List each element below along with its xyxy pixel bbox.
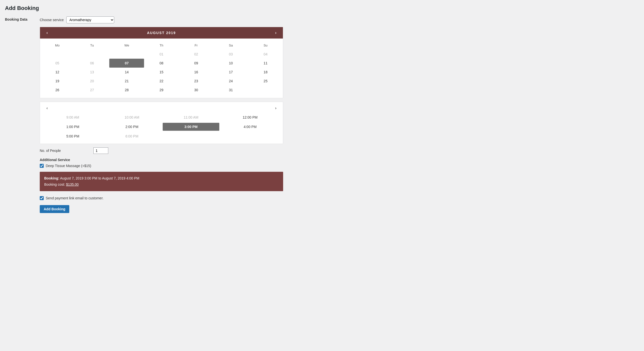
time-slot: 10:00 AM	[104, 113, 160, 121]
calendar-day[interactable]: 18	[248, 68, 283, 77]
booking-form: Choose service AromatherapyDeep Tissue M…	[40, 17, 283, 213]
no-of-people-label: No. of People	[40, 149, 90, 153]
no-of-people-row: No. of People	[40, 147, 283, 154]
calendar-day	[109, 50, 144, 59]
calendar-day[interactable]: 24	[214, 77, 248, 86]
page-title: Add Booking	[5, 5, 639, 12]
calendar-next-button[interactable]: ›	[273, 30, 278, 36]
additional-service-option[interactable]: Deep Tissue Massage (+$15)	[40, 164, 283, 168]
payment-link-label: Send payment link email to customer.	[46, 196, 104, 200]
calendar-day[interactable]: 19	[40, 77, 75, 86]
time-prev-button[interactable]: ‹	[44, 105, 50, 111]
payment-row[interactable]: Send payment link email to customer.	[40, 196, 283, 200]
calendar-grid: MoTuWeThFrSaSu 0102030405060708091011121…	[40, 39, 283, 98]
calendar-day[interactable]: 25	[248, 77, 283, 86]
calendar-day-header: We	[109, 43, 144, 48]
payment-link-checkbox[interactable]	[40, 196, 44, 200]
calendar-day-header: Fr	[179, 43, 214, 48]
calendar-day: 13	[75, 68, 110, 77]
service-row: Choose service AromatherapyDeep Tissue M…	[40, 17, 283, 23]
no-of-people-input[interactable]	[94, 147, 108, 154]
booking-cost-row: Booking cost: $135.00	[44, 181, 279, 188]
calendar-day[interactable]: 17	[214, 68, 248, 77]
calendar-day-header: Th	[144, 43, 179, 48]
booking-summary: Booking: August 7, 2019 3:00 PM to Augus…	[40, 172, 283, 191]
calendar-day[interactable]: 29	[144, 86, 179, 95]
calendar-day: 04	[248, 50, 283, 59]
booking-summary-dates: Booking: August 7, 2019 3:00 PM to Augus…	[44, 175, 279, 181]
calendar-day[interactable]: 14	[109, 68, 144, 77]
booking-cost-value[interactable]: $135.00	[66, 182, 79, 186]
time-wrapper: ‹ › 9:00 AM10:00 AM11:00 AM12:00 PM1:00 …	[40, 102, 283, 144]
calendar-day[interactable]: 26	[40, 86, 75, 95]
calendar-days-header: MoTuWeThFrSaSu	[40, 41, 283, 50]
time-slot[interactable]: 1:00 PM	[44, 123, 101, 131]
calendar-day[interactable]: 07	[109, 59, 144, 68]
calendar-day[interactable]: 31	[214, 86, 248, 95]
service-label: Choose service	[40, 18, 64, 22]
time-slot[interactable]: 3:00 PM	[163, 123, 219, 131]
calendar-day: 01	[144, 50, 179, 59]
calendar-day	[248, 86, 283, 95]
calendar-prev-button[interactable]: ‹	[44, 30, 50, 36]
calendar-day[interactable]: 08	[144, 59, 179, 68]
calendar-day: 02	[179, 50, 214, 59]
calendar-day[interactable]: 30	[179, 86, 214, 95]
calendar-day: 20	[75, 77, 110, 86]
calendar-day-header: Su	[248, 43, 283, 48]
booking-data-label: Booking Data	[5, 17, 35, 213]
calendar-day: 06	[75, 59, 110, 68]
calendar-day[interactable]: 16	[179, 68, 214, 77]
time-slot[interactable]: 4:00 PM	[222, 123, 278, 131]
additional-service-section: Additional Service Deep Tissue Massage (…	[40, 158, 283, 168]
add-booking-button[interactable]: Add Booking	[40, 205, 69, 213]
time-slot: 11:00 AM	[163, 113, 219, 121]
calendar-day-header: Tu	[75, 43, 110, 48]
calendar-day: 27	[75, 86, 110, 95]
booking-dates: August 7, 2019 3:00 PM to August 7, 2019…	[60, 176, 139, 180]
time-nav-row: ‹ ›	[44, 105, 278, 111]
time-slot: 6:00 PM	[104, 132, 160, 140]
booking-cost-label: Booking cost:	[44, 182, 65, 186]
calendar-header: ‹ AUGUST 2019 ›	[40, 27, 283, 39]
time-slot[interactable]: 12:00 PM	[222, 113, 278, 121]
time-next-button[interactable]: ›	[273, 105, 278, 111]
calendar-day[interactable]: 28	[109, 86, 144, 95]
calendar-day[interactable]: 23	[179, 77, 214, 86]
calendar-day[interactable]: 10	[214, 59, 248, 68]
calendar-month-title: AUGUST 2019	[147, 31, 176, 35]
additional-service-label: Deep Tissue Massage (+$15)	[46, 164, 91, 168]
calendar-day	[75, 50, 110, 59]
booking-label: Booking:	[44, 176, 59, 180]
additional-service-checkbox[interactable]	[40, 164, 44, 168]
calendar-day[interactable]: 09	[179, 59, 214, 68]
calendar-day[interactable]: 21	[109, 77, 144, 86]
calendar-day[interactable]: 11	[248, 59, 283, 68]
calendar-day: 05	[40, 59, 75, 68]
time-slot[interactable]: 2:00 PM	[104, 123, 160, 131]
calendar-day[interactable]: 15	[144, 68, 179, 77]
additional-service-title: Additional Service	[40, 158, 283, 162]
time-slot[interactable]: 5:00 PM	[44, 132, 101, 140]
calendar-day-header: Sa	[214, 43, 248, 48]
service-select[interactable]: AromatherapyDeep Tissue MassageSwedish M…	[66, 17, 114, 23]
calendar-day[interactable]: 22	[144, 77, 179, 86]
calendar-day	[40, 50, 75, 59]
calendar-wrapper: ‹ AUGUST 2019 › MoTuWeThFrSaSu 010203040…	[40, 27, 283, 98]
calendar-day: 03	[214, 50, 248, 59]
calendar-day-header: Mo	[40, 43, 75, 48]
calendar-day[interactable]: 12	[40, 68, 75, 77]
calendar-body: 0102030405060708091011121314151617181920…	[40, 50, 283, 95]
time-grid: 9:00 AM10:00 AM11:00 AM12:00 PM1:00 PM2:…	[44, 113, 278, 140]
time-slot: 9:00 AM	[44, 113, 101, 121]
